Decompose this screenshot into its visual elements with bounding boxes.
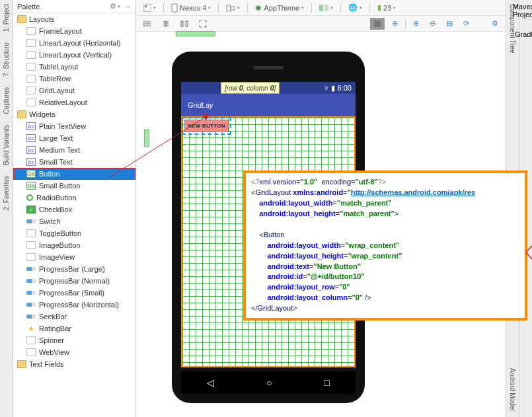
palette-item-medium-text[interactable]: AbMedium Text [13, 144, 135, 156]
layout-variants-icon[interactable]: ▾ [316, 3, 336, 13]
palette-item-label: TableLayout [39, 63, 78, 71]
tab-gradle[interactable]: Gradle [515, 30, 532, 38]
nav-back-icon[interactable]: ◁ [207, 377, 214, 388]
device-selector[interactable]: Nexus 4▾ [168, 2, 214, 14]
palette-category[interactable]: Widgets [13, 108, 135, 120]
wifi-icon: ▿ [324, 84, 328, 93]
android-icon: ▮ [377, 3, 381, 12]
palette-item-label: LinearLayout (Horizontal) [39, 39, 121, 47]
palette-item-webview[interactable]: WebView [13, 346, 135, 358]
palette-item-togglebutton[interactable]: ToggleButton [13, 227, 135, 239]
palette-item-progressbar-normal-[interactable]: ProgressBar (Normal) [13, 275, 135, 287]
settings-gear-icon[interactable]: ⚙ [488, 18, 502, 29]
palette-item-large-text[interactable]: AbLarge Text [13, 132, 135, 144]
palette-item-checkbox[interactable]: ✓CheckBox [13, 204, 135, 215]
palette-item-small-text[interactable]: AbSmall Text [13, 156, 135, 168]
palette-item-linearlayout-vertical-[interactable]: LinearLayout (Vertical) [13, 49, 135, 61]
palette-item-linearlayout-horizontal-[interactable]: LinearLayout (Horizontal) [13, 37, 135, 49]
palette-item-button[interactable]: OKButton [13, 168, 135, 180]
palette-item-imageview[interactable]: ImageView [13, 251, 135, 263]
tab-maven[interactable]: Maven Projects [513, 3, 532, 19]
widget-icon [26, 267, 36, 271]
svg-rect-6 [324, 5, 328, 11]
tab-captures[interactable]: Captures [1, 86, 11, 116]
widget-icon [26, 63, 36, 71]
palette-item-progressbar-large-[interactable]: ProgressBar (Large) [13, 263, 135, 275]
theme-selector[interactable]: ◉AppTheme▾ [252, 2, 307, 13]
palette-item-switch[interactable]: Switch [13, 215, 135, 227]
refresh-icon[interactable]: ⟳ [460, 18, 473, 29]
svg-rect-7 [181, 21, 183, 26]
expand-icon[interactable] [196, 19, 210, 29]
palette-toggle-icon[interactable]: ▾ [140, 3, 159, 13]
palette-list[interactable]: LayoutsFrameLayoutLinearLayout (Horizont… [13, 13, 135, 417]
palette-item-label: Switch [39, 217, 60, 225]
palette-item-radiobutton[interactable]: RadioButton [13, 192, 135, 204]
orientation-icon[interactable]: ▾ [223, 3, 243, 13]
palette-item-progressbar-small-[interactable]: ProgressBar (Small) [13, 287, 135, 299]
palette-item-label: RelativeLayout [39, 98, 87, 106]
svg-rect-9 [374, 20, 381, 27]
svg-rect-5 [319, 5, 323, 11]
palette-category[interactable]: Text Fields [13, 358, 135, 370]
tab-build-variants[interactable]: Build Variants [1, 124, 11, 167]
palette-item-framelayout[interactable]: FrameLayout [13, 25, 135, 37]
doc-icon[interactable]: ▤ [443, 18, 456, 29]
align-left-icon[interactable] [140, 19, 155, 29]
palette-item-imagebutton[interactable]: ImageButton [13, 239, 135, 251]
widget-icon [26, 315, 36, 319]
palette-header: Palette ⚙▾ → [13, 0, 135, 13]
palette-category[interactable]: Layouts [13, 13, 135, 25]
widget-icon [26, 87, 36, 95]
svg-rect-8 [186, 21, 188, 26]
palette-item-label: CheckBox [39, 206, 72, 213]
palette-item-gridlayout[interactable]: GridLayout [13, 85, 135, 96]
distribute-icon[interactable] [177, 19, 192, 29]
gear-icon[interactable]: ⚙ [110, 2, 116, 11]
drop-hint-top [176, 31, 215, 36]
svg-rect-4 [231, 7, 235, 10]
status-time: 6:00 [338, 84, 352, 92]
grid-tooltip: [row 0, column 0] [221, 82, 280, 94]
palette-item-spinner[interactable]: Spinner [13, 334, 135, 346]
svg-rect-0 [143, 4, 151, 12]
widget-icon [26, 253, 36, 261]
palette-item-tablerow[interactable]: TableRow [13, 73, 135, 85]
palette-item-seekbar[interactable]: SeekBar [13, 311, 135, 322]
align-center-icon[interactable] [159, 19, 173, 29]
palette-item-progressbar-horizontal-[interactable]: ProgressBar (Horizontal) [13, 299, 135, 311]
tab-favorites[interactable]: 2: Favorites [1, 174, 11, 211]
nav-recents-icon[interactable]: □ [324, 377, 329, 388]
zoom-actual-icon[interactable]: ⊕ [410, 18, 422, 29]
tab-android-model[interactable]: Android Model [508, 367, 517, 412]
palette-item-small-button[interactable]: OKSmall Button [13, 180, 135, 192]
new-button-widget[interactable]: NEW BUTTON [184, 120, 229, 132]
palette-item-relativelayout[interactable]: RelativeLayout [13, 96, 135, 108]
palette-item-tablelayout[interactable]: TableLayout [13, 61, 135, 73]
palette-item-plain-textview[interactable]: AbPlain TextView [13, 120, 135, 132]
chevron-right-icon[interactable]: → [124, 3, 132, 11]
tab-structure[interactable]: 7: Structure [1, 41, 11, 78]
palette-item-label: Plain TextView [39, 122, 86, 130]
widget-icon [26, 194, 33, 201]
palette-item-label: Large Text [39, 134, 73, 142]
widget-icon: Ab [26, 146, 36, 154]
nav-home-icon[interactable]: ○ [266, 377, 272, 388]
widget-icon: Ab [26, 158, 36, 166]
folder-icon [17, 110, 26, 118]
palette-item-label: WebView [39, 348, 69, 356]
widget-icon: Ab [26, 122, 36, 130]
left-toolwindow-bar: 1: Project 7: Structure Captures Build V… [0, 0, 13, 417]
drop-hint-left [144, 130, 149, 147]
zoom-fit-icon[interactable]: ⊕ [389, 18, 401, 29]
palette-item-label: Medium Text [39, 146, 80, 154]
zoom-out-icon[interactable]: ⊖ [426, 18, 439, 29]
locale-icon[interactable]: 🌐▾ [345, 2, 365, 13]
tab-project[interactable]: 1: Project [1, 3, 11, 33]
viewport-icon[interactable] [370, 18, 385, 30]
folder-icon [17, 360, 26, 368]
palette-item-label: ImageView [39, 253, 75, 261]
api-selector[interactable]: ▮23▾ [374, 2, 399, 13]
palette-item-ratingbar[interactable]: ★RatingBar [13, 322, 135, 334]
palette-item-label: ProgressBar (Normal) [39, 277, 110, 285]
